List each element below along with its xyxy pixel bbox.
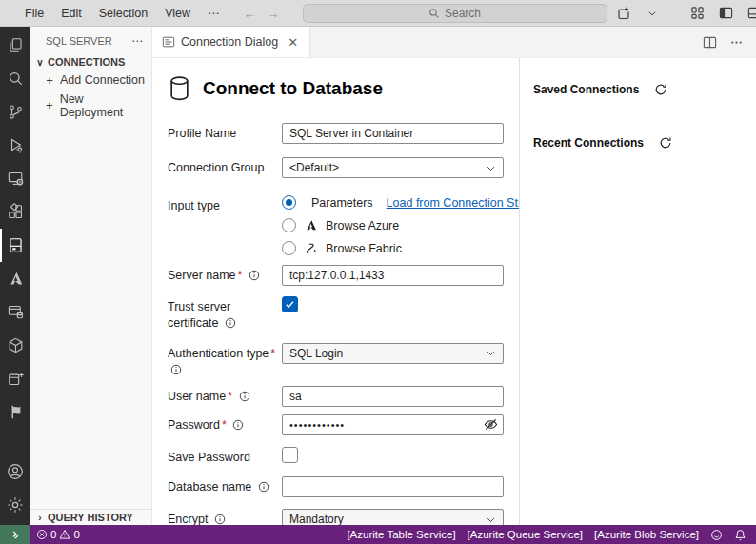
user-name-label: User name* (168, 386, 282, 407)
account-icon[interactable] (0, 454, 30, 488)
radio-unchecked-icon[interactable] (282, 241, 296, 255)
load-from-connection-string-link[interactable]: Load from Connection String (387, 196, 519, 210)
parameters-label: Parameters (311, 196, 373, 210)
feedback-icon[interactable] (705, 525, 728, 544)
connection-dialog-form: Connect to Database Profile Name Connect… (152, 58, 519, 525)
profile-name-label: Profile Name (168, 123, 282, 144)
saved-connections-section: Saved Connections (533, 81, 756, 98)
warning-icon (59, 529, 70, 540)
input-type-option-parameters[interactable]: Parameters Load from Connection String (282, 195, 504, 210)
menu-edit[interactable]: Edit (53, 4, 90, 23)
input-type-label: Input type (168, 195, 282, 255)
explorer-icon[interactable] (0, 29, 30, 62)
page-title: Connect to Database (203, 78, 383, 99)
info-icon[interactable] (232, 419, 244, 431)
menu-more-button[interactable]: ⋯ (200, 3, 229, 23)
input-type-option-browse-fabric[interactable]: Browse Fabric (282, 241, 504, 255)
info-icon[interactable] (249, 270, 260, 281)
refresh-icon[interactable] (652, 81, 669, 98)
info-icon[interactable] (258, 481, 269, 493)
new-window-icon[interactable] (0, 362, 30, 395)
connection-group-select[interactable]: <Default> (282, 157, 504, 178)
server-name-input[interactable] (282, 265, 504, 286)
remote-indicator[interactable] (0, 525, 30, 544)
notifications-bell-icon[interactable] (728, 525, 756, 544)
container-apps-icon[interactable] (0, 295, 30, 329)
tab-label: Connection Dialog (181, 35, 278, 49)
plus-icon: + (44, 98, 55, 112)
connections-section-header[interactable]: ∨ CONNECTIONS (30, 53, 151, 71)
password-input[interactable] (282, 414, 504, 435)
customize-layout-icon[interactable] (686, 3, 710, 24)
required-marker: * (270, 347, 275, 360)
search-icon (428, 8, 440, 19)
history-nav: ← → (244, 6, 280, 21)
command-search-box[interactable]: Search (303, 4, 607, 23)
toggle-primary-sidebar-icon[interactable] (714, 3, 739, 24)
required-marker: * (222, 418, 227, 432)
source-control-icon[interactable] (0, 95, 30, 129)
copilot-chevron-down-icon[interactable] (640, 3, 665, 24)
sidebar-item-add-connection[interactable]: + Add Connection (30, 71, 151, 90)
remote-explorer-icon[interactable] (0, 162, 30, 195)
chevron-down-icon: ∨ (34, 57, 46, 68)
radio-checked-icon[interactable] (282, 195, 296, 210)
settings-gear-icon[interactable] (0, 488, 30, 521)
sql-server-icon[interactable] (0, 229, 30, 262)
search-sidebar-icon[interactable] (0, 62, 30, 95)
toggle-password-visibility-button[interactable] (482, 417, 499, 433)
trust-server-certificate-checkbox[interactable] (282, 296, 298, 312)
tab-close-icon[interactable]: ✕ (284, 34, 302, 50)
new-deployment-label: New Deployment (60, 92, 148, 119)
menu-file[interactable]: File (17, 4, 51, 23)
info-icon[interactable] (225, 317, 236, 329)
extensions-icon[interactable] (0, 195, 30, 229)
azurite-flag-icon[interactable] (0, 395, 30, 429)
save-password-row: Save Password (168, 447, 504, 466)
azurite-queue-service-item[interactable]: [Azurite Queue Service] (462, 525, 588, 544)
azurite-blob-service-item[interactable]: [Azurite Blob Service] (588, 525, 705, 544)
azurite-table-service-item[interactable]: [Azurite Table Service] (341, 525, 461, 544)
info-icon[interactable] (170, 364, 182, 375)
trust-server-certificate-label: Trust server certificate (168, 296, 282, 332)
save-password-label: Save Password (168, 447, 282, 466)
run-and-debug-icon[interactable] (0, 129, 30, 162)
database-name-input[interactable] (282, 476, 504, 497)
error-icon (36, 529, 48, 540)
profile-name-input[interactable] (282, 123, 504, 144)
required-marker: * (228, 390, 232, 403)
user-name-row: User name* (168, 386, 504, 407)
plus-icon: + (44, 73, 55, 88)
query-history-section-header[interactable]: › QUERY HISTORY (30, 509, 151, 525)
nav-forward-icon[interactable]: → (267, 6, 280, 21)
input-type-row: Input type Parameters Load from Connecti… (168, 195, 504, 255)
split-editor-icon[interactable] (699, 31, 720, 52)
save-password-checkbox[interactable] (282, 447, 298, 463)
sidebar-more-actions-icon[interactable]: ⋯ (131, 34, 144, 48)
azure-icon[interactable] (0, 262, 30, 295)
input-type-option-browse-azure[interactable]: Browse Azure (282, 218, 504, 232)
info-icon[interactable] (239, 391, 250, 402)
sidebar-sql-server: SQL SERVER ⋯ ∨ CONNECTIONS + Add Connect… (30, 27, 152, 525)
menu-selection[interactable]: Selection (91, 4, 155, 23)
encrypt-select[interactable]: Mandatory (282, 509, 504, 525)
connection-dialog-icon (162, 35, 175, 49)
search-placeholder: Search (445, 7, 481, 20)
problems-indicator[interactable]: 0 0 (30, 525, 86, 544)
nav-back-icon[interactable]: ← (244, 6, 257, 21)
authentication-type-row: Authentication type* SQL Login (168, 343, 504, 378)
tab-connection-dialog[interactable]: Connection Dialog ✕ (152, 27, 310, 57)
refresh-icon[interactable] (657, 134, 674, 151)
menu-view[interactable]: View (157, 4, 198, 23)
authentication-type-select[interactable]: SQL Login (282, 343, 504, 364)
user-name-input[interactable] (282, 386, 504, 407)
toggle-panel-icon[interactable] (743, 3, 756, 24)
connection-group-value: <Default> (289, 161, 339, 174)
more-actions-icon[interactable] (726, 31, 746, 52)
sidebar-item-new-deployment[interactable]: + New Deployment (30, 90, 151, 121)
copilot-chat-icon[interactable] (611, 3, 636, 24)
radio-unchecked-icon[interactable] (282, 218, 296, 232)
info-icon[interactable] (214, 514, 226, 525)
recent-connections-title: Recent Connections (533, 136, 644, 150)
dev-containers-cube-icon[interactable] (0, 329, 30, 362)
